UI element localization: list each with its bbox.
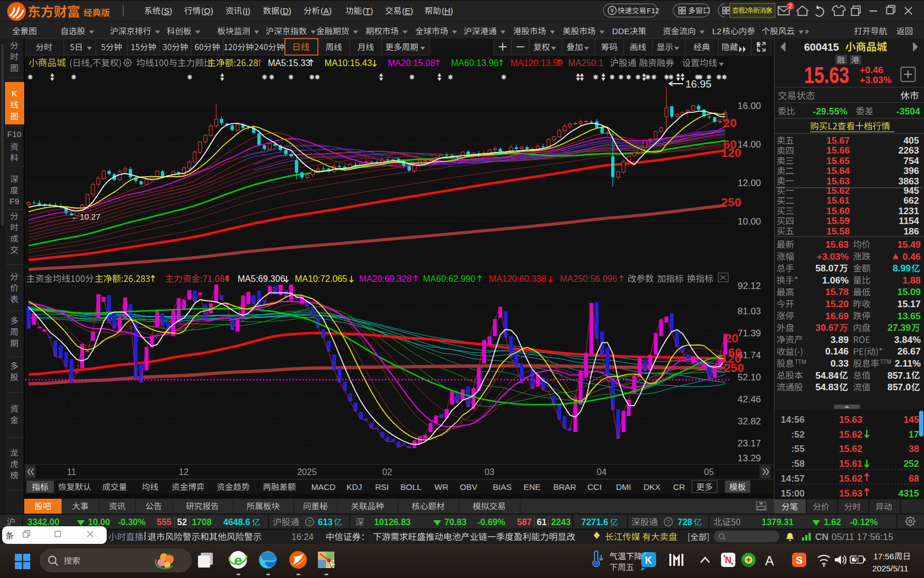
svg-text:MA10:72.065: MA10:72.065	[295, 274, 347, 283]
svg-text:54.84: 54.84	[815, 370, 839, 381]
svg-text:16:24: 16:24	[292, 532, 314, 542]
svg-text:2263: 2263	[898, 145, 919, 156]
svg-text:600415: 600415	[804, 41, 839, 53]
svg-text:15.59: 15.59	[826, 216, 850, 226]
svg-text:12.00: 12.00	[738, 178, 761, 188]
svg-text:TTM: TTM	[880, 359, 892, 365]
svg-text:15:00: 15:00	[781, 488, 805, 499]
svg-text:15.66: 15.66	[826, 145, 850, 156]
svg-text:F10: F10	[7, 129, 21, 139]
svg-text:¥: ¥	[610, 8, 614, 14]
svg-text:26.67: 26.67	[897, 346, 921, 357]
svg-text:3342.00: 3342.00	[28, 517, 59, 527]
svg-text:DMI: DMI	[616, 482, 631, 492]
svg-text:MA5:69.306: MA5:69.306	[238, 274, 285, 283]
svg-text:-0.12%: -0.12%	[850, 517, 878, 527]
svg-text:15.78: 15.78	[825, 287, 849, 297]
svg-text:MA20:69.328: MA20:69.328	[359, 274, 411, 283]
svg-text:17:56: 17:56	[873, 552, 894, 561]
svg-text::52: :52	[791, 429, 805, 440]
svg-text:186: 186	[904, 226, 919, 237]
svg-text:05/11 17:56:15: 05/11 17:56:15	[832, 532, 893, 542]
svg-text:05: 05	[704, 467, 714, 477]
svg-text:8.99: 8.99	[893, 263, 911, 274]
svg-text:61: 61	[537, 517, 547, 527]
svg-text:KDJ: KDJ	[346, 482, 362, 492]
svg-text:250: 250	[721, 195, 741, 209]
svg-text:BIAS: BIAS	[493, 482, 512, 492]
svg-text:10.00: 10.00	[88, 517, 110, 527]
svg-text:CCI: CCI	[587, 482, 602, 492]
svg-text:-0.69%: -0.69%	[477, 517, 505, 527]
svg-text:-29.55%: -29.55%	[813, 106, 848, 117]
svg-text:945: 945	[904, 186, 919, 196]
svg-text:10126.83: 10126.83	[374, 517, 411, 527]
svg-text:K: K	[645, 555, 652, 566]
svg-text:71.39: 71.39	[738, 328, 761, 339]
svg-text:BRAR: BRAR	[553, 482, 576, 492]
svg-text:23.17: 23.17	[738, 438, 761, 449]
svg-text:e: e	[234, 552, 242, 569]
svg-text:+0.46: +0.46	[860, 65, 883, 75]
svg-text:1708: 1708	[192, 517, 212, 527]
svg-text:MA60:13.96: MA60:13.96	[451, 58, 498, 68]
svg-text::58: :58	[791, 459, 805, 469]
svg-text:1154: 1154	[899, 216, 919, 226]
svg-text:16.00: 16.00	[738, 101, 761, 111]
svg-text:-0.30%: -0.30%	[118, 517, 146, 527]
svg-text:15.20: 15.20	[825, 299, 849, 309]
svg-text:MA120:60.338: MA120:60.338	[489, 274, 546, 283]
svg-text:F9: F9	[9, 197, 19, 206]
svg-text:0.146: 0.146	[825, 346, 849, 357]
svg-text:13.29: 13.29	[738, 453, 761, 464]
svg-text:7271.6: 7271.6	[581, 517, 608, 527]
svg-text:CR: CR	[673, 482, 685, 492]
svg-text:587: 587	[517, 517, 532, 527]
svg-text:15.62: 15.62	[839, 429, 862, 440]
svg-text:4648.6: 4648.6	[223, 517, 250, 527]
svg-text:15.61: 15.61	[826, 195, 850, 206]
svg-text:145: 145	[904, 415, 919, 425]
svg-text:BOLL: BOLL	[400, 482, 421, 492]
svg-text:1.06%: 1.06%	[822, 275, 849, 286]
svg-text:14:56: 14:56	[781, 415, 805, 425]
svg-text:0.46: 0.46	[903, 252, 921, 262]
svg-text:RSI: RSI	[375, 482, 389, 492]
svg-text:3.89: 3.89	[831, 335, 849, 345]
svg-text:N: N	[725, 555, 732, 565]
svg-text:03: 03	[485, 467, 494, 477]
svg-text:WR: WR	[435, 482, 448, 492]
svg-text:27.39: 27.39	[887, 323, 911, 333]
svg-text:38: 38	[909, 444, 919, 454]
svg-text:MACD: MACD	[311, 482, 336, 492]
svg-text:MA250:1: MA250:1	[568, 58, 603, 68]
svg-text:(Q): (Q)	[201, 6, 213, 15]
svg-text:K: K	[12, 89, 17, 98]
svg-text:12: 12	[179, 467, 189, 477]
svg-text:2025: 2025	[297, 467, 317, 477]
svg-text:0.33: 0.33	[831, 358, 849, 369]
svg-text:MA10:15.43: MA10:15.43	[324, 58, 372, 68]
svg-text:ENE: ENE	[524, 482, 541, 492]
svg-text:250: 250	[724, 361, 744, 375]
svg-text:MA20:15.08: MA20:15.08	[388, 58, 435, 68]
svg-text:1379.31: 1379.31	[762, 517, 794, 527]
svg-text:?: ?	[667, 519, 670, 526]
svg-text:68: 68	[909, 473, 919, 484]
svg-text:(H): (H)	[442, 6, 453, 15]
svg-text:2025/5/11: 2025/5/11	[872, 564, 909, 573]
svg-text:2243: 2243	[551, 517, 571, 527]
svg-text:20: 20	[723, 116, 736, 130]
svg-text:11: 11	[67, 467, 76, 477]
svg-text:613: 613	[318, 517, 333, 527]
svg-text:15.49: 15.49	[897, 239, 921, 250]
svg-text:15.62: 15.62	[826, 186, 850, 196]
svg-text:MA5:15.33: MA5:15.33	[268, 58, 310, 68]
svg-text:+3.03%: +3.03%	[817, 252, 849, 262]
svg-text:252: 252	[904, 459, 919, 469]
svg-text:(I): (I)	[243, 6, 250, 15]
svg-text:32.82: 32.82	[738, 416, 761, 427]
svg-text:857.1: 857.1	[887, 370, 911, 381]
svg-text:42.46: 42.46	[738, 394, 761, 405]
svg-text::55: :55	[791, 444, 805, 454]
